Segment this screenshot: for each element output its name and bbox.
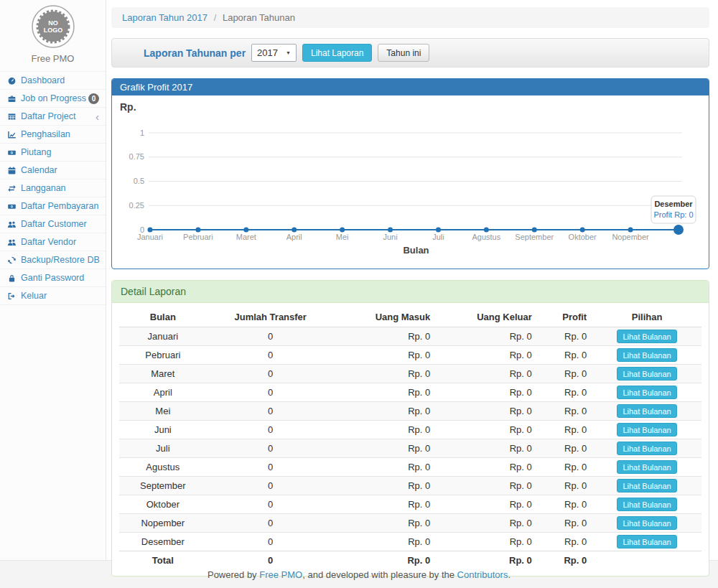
sidebar-item-job-on-progress[interactable]: Job on Progress0 (0, 90, 106, 108)
lihat-bulanan-button[interactable]: Lihat Bulanan (617, 479, 676, 493)
cell-bulan: Oktober (119, 495, 207, 514)
sidebar-item-daftar-pembayaran[interactable]: Daftar Pembayaran (0, 197, 106, 215)
sidebar-item-daftar-project[interactable]: Daftar Project‹ (0, 108, 106, 126)
cell-jumlah: 0 (207, 365, 335, 383)
chart-panel-title: Grafik Profit 2017 (112, 79, 709, 95)
cell-pilihan: Lihat Bulanan (592, 495, 701, 514)
cell-bulan: Januari (119, 327, 207, 346)
cell-profit: Rp. 0 (538, 421, 592, 439)
column-header-profit: Profit (538, 307, 592, 327)
exchange-icon (7, 184, 17, 193)
table-total-row: Total0Rp. 0Rp. 0Rp. 0 (119, 551, 701, 569)
lihat-bulanan-button[interactable]: Lihat Bulanan (617, 386, 676, 399)
cell-bulan: Total (119, 551, 207, 569)
chevron-down-icon: ▼ (286, 50, 291, 55)
cell-masuk: Rp. 0 (335, 402, 437, 421)
lihat-laporan-button[interactable]: Lihat Laporan (302, 44, 372, 62)
year-select[interactable]: 2017 ▼ (251, 44, 297, 62)
sidebar-item-dashboard[interactable]: Dashboard (0, 72, 106, 90)
cell-keluar: Rp. 0 (436, 346, 538, 365)
cell-profit: Rp. 0 (538, 458, 592, 477)
table-row: Juni0Rp. 0Rp. 0Rp. 0Lihat Bulanan (119, 421, 701, 439)
cell-bulan: April (119, 383, 207, 402)
svg-text:Maret: Maret (236, 233, 256, 241)
sidebar-item-langganan[interactable]: Langganan (0, 179, 106, 197)
cell-masuk: Rp. 0 (335, 383, 437, 402)
sidebar-item-label: Piutang (21, 147, 51, 157)
lihat-bulanan-button[interactable]: Lihat Bulanan (617, 423, 676, 437)
table-row: Mei0Rp. 0Rp. 0Rp. 0Lihat Bulanan (119, 402, 701, 421)
sidebar-item-daftar-customer[interactable]: Daftar Customer (0, 215, 106, 233)
cell-keluar: Rp. 0 (436, 477, 538, 495)
lihat-bulanan-button[interactable]: Lihat Bulanan (617, 460, 676, 474)
briefcase-icon (7, 94, 17, 103)
cell-masuk: Rp. 0 (335, 439, 437, 458)
sidebar-item-daftar-vendor[interactable]: Daftar Vendor (0, 233, 106, 251)
lock-icon (7, 274, 17, 283)
lihat-bulanan-button[interactable]: Lihat Bulanan (617, 404, 676, 418)
dashboard-icon (7, 76, 17, 85)
svg-text:Oktober: Oktober (569, 233, 597, 241)
cell-masuk: Rp. 0 (335, 551, 437, 569)
sidebar-item-label: Keluar (21, 291, 47, 301)
y-axis-ticks: 00.250.50.751 (129, 129, 682, 234)
lihat-bulanan-button[interactable]: Lihat Bulanan (617, 535, 676, 549)
cell-jumlah: 0 (207, 495, 335, 514)
svg-text:Pebruari: Pebruari (183, 233, 213, 241)
sidebar-item-calendar[interactable]: Calendar (0, 162, 106, 179)
sidebar-item-label: Backup/Restore DB (21, 255, 100, 265)
tahun-ini-button[interactable]: Tahun ini (378, 44, 429, 62)
cell-masuk: Rp. 0 (335, 346, 437, 365)
svg-text:Juli: Juli (432, 233, 444, 241)
cell-jumlah: 0 (207, 421, 335, 439)
cell-pilihan: Lihat Bulanan (592, 365, 701, 383)
cell-jumlah: 0 (207, 346, 335, 365)
svg-text:Nopember: Nopember (612, 233, 649, 241)
free-pmo-link[interactable]: Free PMO (259, 569, 302, 580)
cell-bulan: Maret (119, 365, 207, 383)
cell-profit: Rp. 0 (538, 327, 592, 346)
lihat-bulanan-button[interactable]: Lihat Bulanan (617, 498, 676, 511)
lihat-bulanan-button[interactable]: Lihat Bulanan (617, 367, 676, 381)
cell-jumlah: 0 (207, 551, 335, 569)
no-logo-icon: NO LOGO (31, 4, 75, 49)
lihat-bulanan-button[interactable]: Lihat Bulanan (617, 348, 676, 362)
cell-pilihan: Lihat Bulanan (592, 383, 701, 402)
sidebar-item-keluar[interactable]: Keluar (0, 287, 106, 305)
cell-jumlah: 0 (207, 533, 335, 551)
sidebar-item-piutang[interactable]: Piutang (0, 144, 106, 162)
cell-profit: Rp. 0 (538, 477, 592, 495)
lihat-bulanan-button[interactable]: Lihat Bulanan (617, 442, 676, 455)
cell-profit: Rp. 0 (538, 495, 592, 514)
sidebar-item-label: Daftar Pembayaran (21, 201, 98, 211)
chart-tooltip: DesemberProfit Rp: 0 (651, 196, 696, 223)
cell-bulan: Nopember (119, 514, 207, 533)
cell-masuk: Rp. 0 (335, 458, 437, 477)
breadcrumb-link-laporan-tahun[interactable]: Laporan Tahun 2017 (122, 12, 208, 23)
sidebar-item-ganti-password[interactable]: Ganti Password (0, 269, 106, 287)
svg-text:Mei: Mei (336, 233, 349, 241)
cell-pilihan: Lihat Bulanan (592, 514, 701, 533)
cell-masuk: Rp. 0 (335, 327, 437, 346)
cell-profit: Rp. 0 (538, 346, 592, 365)
breadcrumb-current: Laporan Tahunan (223, 12, 295, 23)
brand-name: Free PMO (0, 53, 106, 64)
cell-pilihan: Lihat Bulanan (592, 421, 701, 439)
sidebar-item-penghasilan[interactable]: Penghasilan (0, 126, 106, 144)
chart-line-icon (7, 130, 17, 139)
contributors-link[interactable]: Contributors (457, 569, 508, 580)
cell-keluar: Rp. 0 (436, 458, 538, 477)
lihat-bulanan-button[interactable]: Lihat Bulanan (617, 516, 676, 530)
table-row: Juli0Rp. 0Rp. 0Rp. 0Lihat Bulanan (119, 439, 701, 458)
sidebar-item-label: Penghasilan (21, 129, 70, 139)
table-row: Pebruari0Rp. 0Rp. 0Rp. 0Lihat Bulanan (119, 346, 701, 365)
lihat-bulanan-button[interactable]: Lihat Bulanan (617, 330, 676, 343)
profit-line-chart[interactable]: Rp.00.250.50.751JanuariPebruariMaretApri… (113, 98, 706, 264)
cell-masuk: Rp. 0 (335, 514, 437, 533)
main-content: Laporan Tahun 2017 / Laporan Tahunan Lap… (106, 0, 718, 560)
cell-bulan: Juni (119, 421, 207, 439)
cell-keluar: Rp. 0 (436, 421, 538, 439)
footer-middle: , and developed with pleasure by the (302, 569, 457, 580)
sidebar-item-backup-restore-db[interactable]: Backup/Restore DB (0, 251, 106, 269)
year-select-value: 2017 (257, 47, 278, 58)
